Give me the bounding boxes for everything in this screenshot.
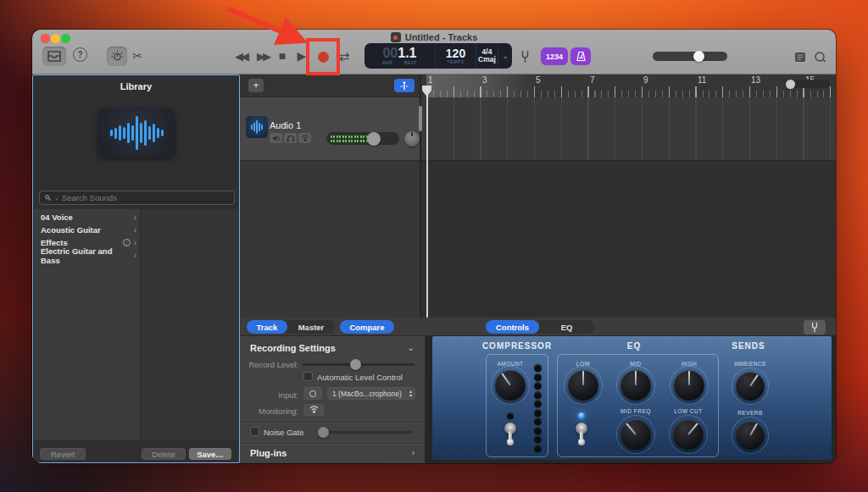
play-button[interactable]: ▶ [296, 49, 308, 63]
revert-button[interactable]: Revert [40, 448, 86, 460]
ambience-label: AMBIENCE [725, 361, 776, 367]
catch-playhead-button[interactable] [394, 79, 415, 92]
garageband-window: Untitled - Tracks ? ✂ ◀◀ ▶▶ ■ ▶ [32, 30, 836, 463]
noise-gate-label: Noise Gate [264, 428, 304, 437]
eq-low-knob[interactable] [568, 370, 598, 401]
record-level-slider[interactable] [303, 363, 415, 366]
quick-help-button[interactable]: ? [73, 47, 87, 62]
library-browser: 04 Voice› Acoustic Guitar› Effects↓› Ele… [34, 209, 239, 440]
beat-label: BEAT [404, 60, 417, 65]
plugins-header[interactable]: Plug-ins [250, 448, 287, 458]
collapse-chevron-icon[interactable]: ⌄ [408, 343, 415, 352]
tab-master[interactable]: Master [287, 320, 335, 334]
master-volume-knob[interactable] [693, 51, 704, 62]
record-icon [318, 52, 329, 63]
library-item-electric-guitar-bass[interactable]: Electric Guitar and Bass› [34, 249, 141, 262]
track-lane-audio-1[interactable] [421, 97, 836, 161]
save-button[interactable]: Save… [189, 448, 231, 460]
eq-mid-knob[interactable] [620, 370, 651, 401]
solo-button[interactable] [284, 133, 297, 143]
notepad-button[interactable] [793, 50, 807, 64]
pan-knob[interactable] [404, 131, 420, 146]
track-volume-slider[interactable] [326, 132, 399, 145]
eq-mid-freq-knob[interactable] [620, 419, 651, 450]
smart-controls-button[interactable] [107, 47, 127, 66]
search-sounds-field[interactable]: 🔍︎⌄ [39, 191, 235, 205]
lcd-display[interactable]: 001.1 BARBEAT 120 TEMPO 4/4 Cmaj ⌄ [364, 43, 512, 69]
auto-level-checkbox[interactable] [303, 372, 313, 381]
delete-button[interactable]: Delete [142, 448, 186, 460]
rewind-icon: ◀◀ [235, 51, 247, 62]
monitoring-button[interactable] [303, 404, 324, 416]
track-volume-knob[interactable] [367, 132, 381, 146]
metronome-button[interactable] [570, 47, 591, 65]
input-format-button[interactable] [303, 387, 322, 400]
forward-button[interactable]: ▶▶ [254, 49, 271, 63]
input-monitoring-button[interactable] [298, 133, 311, 143]
bar-label: BAR [382, 60, 392, 65]
search-icon: 🔍︎ [44, 194, 52, 202]
count-in-label: 1234 [546, 53, 563, 61]
mute-button[interactable] [270, 133, 282, 143]
metronome-icon [576, 51, 587, 62]
track-master-segment: Track Master [247, 320, 335, 334]
low-cut-label: LOW CUT [663, 408, 714, 414]
search-input[interactable] [62, 193, 206, 202]
smart-controls-area: COMPRESSOR AMOUNT EQ LOW MID HIGH [426, 336, 836, 463]
gain-reduction-meter [534, 364, 542, 452]
stop-button[interactable]: ■ [276, 49, 288, 63]
noise-gate-checkbox[interactable] [250, 427, 259, 436]
tuner-button[interactable] [517, 48, 532, 64]
loop-browser-icon [814, 51, 826, 64]
recording-settings-header[interactable]: Recording Settings [250, 343, 336, 353]
zoom-slider-knob[interactable] [786, 80, 795, 89]
noise-gate-knob[interactable] [318, 427, 329, 438]
bar-ruler[interactable]: 1 3 5 7 9 11 13 15 [421, 75, 836, 97]
recording-settings-panel: Recording Settings ⌄ Record Level: Autom… [240, 336, 426, 463]
add-track-button[interactable]: + [248, 79, 264, 92]
record-level-knob[interactable] [350, 359, 361, 370]
ruler-mark: 11 [698, 75, 706, 85]
track-name[interactable]: Audio 1 [270, 120, 301, 130]
sends-reverb-knob[interactable] [736, 421, 765, 450]
count-in-button[interactable]: 1234 [541, 47, 568, 65]
record-button[interactable] [316, 50, 330, 64]
eq-high-knob[interactable] [674, 370, 704, 401]
library-item-04-voice[interactable]: 04 Voice› [34, 211, 141, 224]
loop-browser-button[interactable] [813, 50, 827, 64]
horizontal-zoom-slider[interactable] [784, 80, 830, 88]
titlebar: Untitled - Tracks ? ✂ ◀◀ ▶▶ ■ ▶ [32, 30, 836, 75]
eq-low-cut-knob[interactable] [673, 419, 704, 450]
reverb-label: REVERB [725, 410, 776, 416]
sends-title: SENDS [698, 341, 799, 351]
noise-gate-slider[interactable] [318, 431, 412, 434]
tab-track[interactable]: Track [247, 320, 287, 334]
editors-button[interactable]: ✂ [129, 47, 146, 65]
library-item-acoustic-guitar[interactable]: Acoustic Guitar› [34, 224, 141, 236]
mono-input-icon [309, 390, 316, 397]
compressor-amount-knob[interactable] [495, 370, 526, 401]
sends-ambience-knob[interactable] [736, 372, 765, 401]
tab-eq[interactable]: EQ [539, 320, 594, 334]
vertical-scrollbar-handle[interactable] [419, 106, 422, 131]
eq-power-switch[interactable] [574, 423, 589, 445]
track-header-audio-1[interactable]: Audio 1 [240, 97, 420, 161]
rewind-button[interactable]: ◀◀ [232, 49, 249, 63]
compare-button[interactable]: Compare [340, 320, 394, 334]
window-title: Untitled - Tracks [405, 32, 478, 42]
chevron-right-icon[interactable]: › [412, 448, 415, 457]
cycle-button[interactable]: ⇄ [336, 49, 353, 63]
library-toggle-button[interactable] [42, 47, 66, 66]
window-title-row: Untitled - Tracks [32, 32, 836, 42]
controls-tuner-button[interactable] [804, 320, 826, 334]
ruler-mark: 13 [751, 75, 760, 85]
empty-arrange-area[interactable] [421, 162, 836, 318]
master-volume-slider[interactable] [653, 52, 727, 61]
search-scope-chevron-icon: ⌄ [54, 195, 59, 202]
input-source-dropdown[interactable]: 1 (MacBo...crophone) ▴▾ [327, 387, 415, 400]
tuning-fork-icon [810, 322, 819, 333]
tab-controls[interactable]: Controls [486, 320, 539, 334]
compressor-power-switch[interactable] [503, 423, 518, 445]
lcd-mode-chevron[interactable]: ⌄ [498, 43, 512, 69]
tracks-timeline[interactable]: 1 3 5 7 9 11 13 15 [421, 75, 836, 318]
